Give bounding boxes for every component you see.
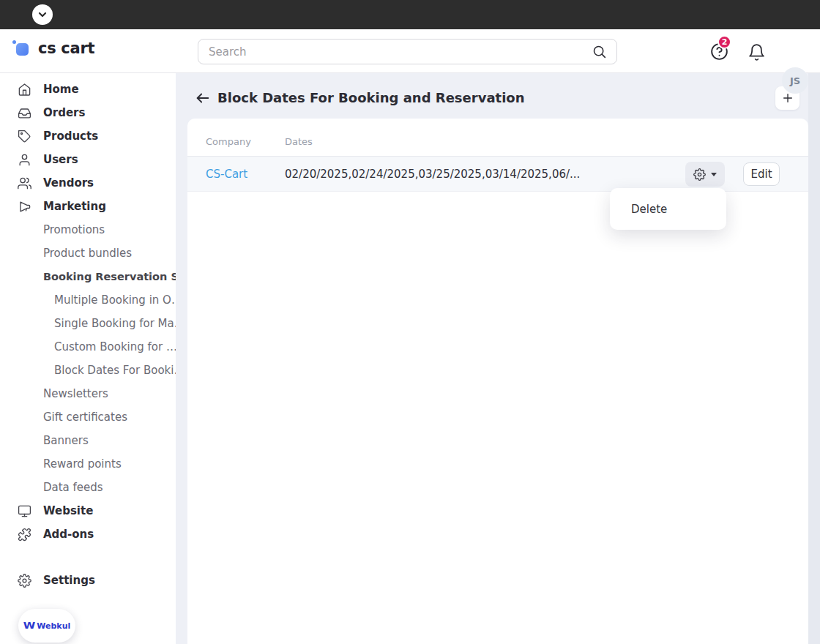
logo-text: cs cart (38, 40, 94, 57)
sidebar-item-addons[interactable]: Add-ons (0, 523, 176, 546)
sidebar-item-gift-certificates[interactable]: Gift certificates (0, 405, 176, 429)
sidebar-item-custom-booking[interactable]: Custom Booking for … (0, 335, 176, 359)
webkul-button[interactable]: W Webkul (18, 609, 75, 643)
sidebar-item-orders[interactable]: Orders (0, 101, 176, 124)
avatar[interactable]: JS (782, 67, 808, 94)
page-title: Block Dates For Booking and Reservation (217, 90, 525, 105)
notifications-button[interactable] (745, 41, 767, 63)
dropdown-item-delete[interactable]: Delete (610, 188, 726, 230)
search-input[interactable] (198, 39, 617, 64)
column-header-company: Company (206, 136, 251, 147)
sidebar: Home Orders Products Users Vendors (0, 73, 176, 644)
logo-icon (16, 43, 29, 56)
sidebar-item-products[interactable]: Products (0, 124, 176, 148)
row-actions-dropdown-menu: Delete (610, 188, 726, 230)
table-row: CS-Cart 02/20/2025,02/24/2025,03/25/2025… (187, 157, 808, 192)
webkul-logo-icon: W (23, 620, 34, 631)
plus-icon (782, 92, 794, 104)
vertical-scrollbar[interactable] (808, 29, 820, 644)
collapse-topbar-button[interactable] (32, 4, 53, 25)
sidebar-item-settings[interactable]: Settings (0, 569, 176, 592)
sidebar-item-users[interactable]: Users (0, 148, 176, 171)
bell-icon (748, 43, 766, 61)
users-icon (18, 176, 31, 190)
sidebar-item-single-booking[interactable]: Single Booking for Ma… (0, 312, 176, 335)
gear-icon (18, 574, 31, 588)
home-icon (18, 83, 31, 97)
tag-icon (18, 130, 31, 143)
sidebar-item-booking-reservation-system[interactable]: Booking Reservation Sy… (0, 265, 176, 288)
gear-icon (693, 168, 706, 181)
sidebar-item-data-feeds[interactable]: Data feeds (0, 476, 176, 499)
table-header-row: Company Dates (187, 119, 808, 157)
sidebar-item-promotions[interactable]: Promotions (0, 218, 176, 242)
sidebar-item-home[interactable]: Home (0, 78, 176, 101)
dates-cell: 02/20/2025,02/24/2025,03/25/2025,03/14/2… (285, 168, 580, 181)
edit-button[interactable]: Edit (743, 162, 780, 186)
caret-down-icon (711, 173, 717, 176)
inbox-icon (18, 106, 31, 120)
row-actions-dropdown-button[interactable] (685, 162, 725, 187)
sidebar-item-marketing[interactable]: Marketing (0, 195, 176, 218)
column-header-dates: Dates (285, 136, 313, 147)
notification-count-badge: 2 (718, 35, 731, 49)
user-icon (18, 153, 31, 167)
sidebar-item-block-dates[interactable]: Block Dates For Booki… (0, 359, 176, 382)
back-button[interactable] (193, 89, 212, 108)
arrow-left-icon (195, 90, 211, 106)
help-button[interactable]: 2 (708, 40, 730, 62)
search-icon[interactable] (592, 44, 607, 59)
sidebar-item-reward-points[interactable]: Reward points (0, 452, 176, 476)
header: cs cart 2 JS (0, 29, 820, 73)
sidebar-item-product-bundles[interactable]: Product bundles (0, 242, 176, 265)
monitor-icon (18, 504, 31, 518)
sidebar-item-vendors[interactable]: Vendors (0, 171, 176, 195)
company-link[interactable]: CS-Cart (206, 168, 247, 181)
sidebar-nav: Home Orders Products Users Vendors (0, 73, 176, 546)
sidebar-item-website[interactable]: Website (0, 499, 176, 523)
search-bar (198, 39, 617, 64)
topbar (0, 0, 820, 29)
sidebar-item-newsletters[interactable]: Newsletters (0, 382, 176, 405)
megaphone-icon (18, 200, 31, 214)
sidebar-item-multiple-booking[interactable]: Multiple Booking in O… (0, 288, 176, 312)
cs-cart-logo[interactable]: cs cart (16, 40, 94, 57)
sidebar-item-banners[interactable]: Banners (0, 429, 176, 452)
puzzle-icon (18, 528, 31, 542)
chevron-down-icon (37, 9, 48, 20)
